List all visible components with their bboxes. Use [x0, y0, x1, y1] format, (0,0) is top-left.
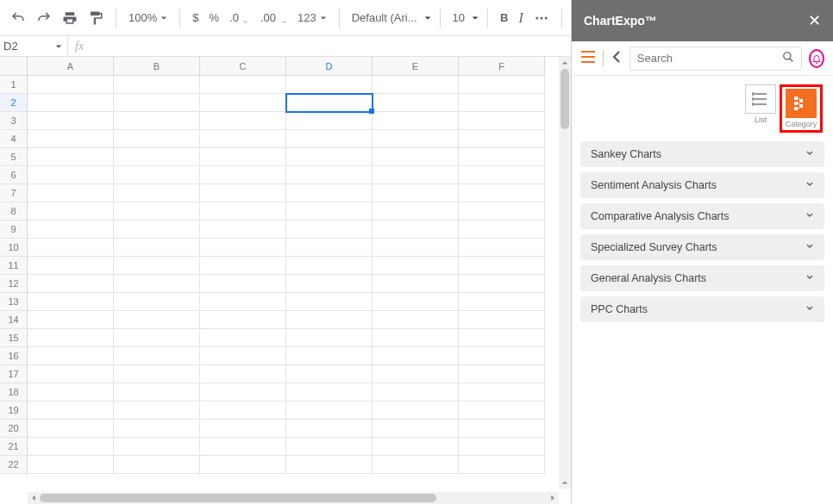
- decrease-decimal-button[interactable]: .0←: [226, 11, 254, 24]
- cell[interactable]: [286, 420, 373, 438]
- row-header[interactable]: 20: [0, 420, 28, 438]
- scroll-right-icon[interactable]: [547, 492, 559, 504]
- row-header[interactable]: 15: [0, 329, 28, 347]
- cell[interactable]: [459, 438, 545, 456]
- row-header[interactable]: 8: [0, 202, 28, 221]
- cell[interactable]: [459, 112, 545, 130]
- select-all-corner[interactable]: [0, 57, 28, 76]
- cell[interactable]: [114, 401, 200, 420]
- more-formats-button[interactable]: 123: [294, 11, 330, 24]
- cell[interactable]: [200, 383, 286, 401]
- close-sidebar-button[interactable]: ✕: [808, 11, 821, 30]
- cell[interactable]: [114, 202, 200, 221]
- cell[interactable]: [459, 221, 545, 239]
- cell[interactable]: [200, 257, 286, 275]
- category-item[interactable]: Sankey Charts: [580, 141, 824, 167]
- cell[interactable]: [28, 383, 114, 401]
- cell[interactable]: [286, 239, 373, 257]
- cell[interactable]: [114, 383, 200, 401]
- print-button[interactable]: [59, 7, 81, 29]
- cell[interactable]: [459, 94, 545, 112]
- cell[interactable]: [114, 275, 200, 293]
- cell[interactable]: [114, 112, 200, 130]
- cell[interactable]: [373, 365, 459, 383]
- cell[interactable]: [459, 275, 545, 293]
- cell[interactable]: [459, 257, 545, 275]
- cell[interactable]: [200, 94, 286, 112]
- category-item[interactable]: Comparative Analysis Charts: [580, 203, 824, 229]
- cell[interactable]: [373, 221, 459, 239]
- cell[interactable]: [28, 112, 114, 130]
- column-header[interactable]: D: [286, 57, 373, 76]
- row-header[interactable]: 9: [0, 221, 28, 239]
- format-currency-button[interactable]: $: [189, 11, 202, 24]
- paint-format-button[interactable]: [85, 7, 107, 29]
- cell[interactable]: [28, 420, 114, 438]
- row-header[interactable]: 6: [0, 166, 28, 184]
- cell[interactable]: [28, 311, 114, 329]
- row-header[interactable]: 7: [0, 184, 28, 202]
- cell[interactable]: [286, 311, 373, 329]
- cell[interactable]: [459, 401, 545, 420]
- scroll-up-button[interactable]: [559, 476, 571, 488]
- cell[interactable]: [373, 311, 459, 329]
- cell[interactable]: [373, 184, 459, 202]
- cell[interactable]: [459, 130, 545, 148]
- cell[interactable]: [114, 94, 200, 112]
- row-header[interactable]: 2: [0, 94, 28, 112]
- cell[interactable]: [286, 293, 373, 311]
- cell[interactable]: [286, 166, 373, 184]
- cell[interactable]: [200, 112, 286, 130]
- cell[interactable]: [459, 383, 545, 401]
- cell[interactable]: [459, 329, 545, 347]
- cell[interactable]: [286, 221, 373, 239]
- cell[interactable]: [459, 293, 545, 311]
- cell[interactable]: [286, 257, 373, 275]
- cell[interactable]: [114, 293, 200, 311]
- cell[interactable]: [200, 401, 286, 420]
- cell[interactable]: [200, 347, 286, 365]
- cell[interactable]: [114, 130, 200, 148]
- cell[interactable]: [459, 166, 545, 184]
- cell[interactable]: [459, 239, 545, 257]
- cell[interactable]: [114, 76, 200, 94]
- cell[interactable]: [459, 184, 545, 202]
- cell[interactable]: [28, 130, 114, 148]
- cell[interactable]: [114, 257, 200, 275]
- cell[interactable]: [28, 329, 114, 347]
- row-header[interactable]: 18: [0, 383, 28, 401]
- row-header[interactable]: 4: [0, 130, 28, 148]
- cell[interactable]: [373, 401, 459, 420]
- cell[interactable]: [373, 293, 459, 311]
- cell[interactable]: [200, 420, 286, 438]
- cell[interactable]: [28, 438, 114, 456]
- cell[interactable]: [114, 148, 200, 166]
- vertical-scroll-thumb[interactable]: [561, 69, 569, 129]
- format-percent-button[interactable]: %: [205, 11, 222, 24]
- name-box[interactable]: D2: [0, 40, 67, 53]
- row-header[interactable]: 11: [0, 257, 28, 275]
- row-header[interactable]: 17: [0, 365, 28, 383]
- more-toolbar-button[interactable]: [530, 7, 553, 29]
- row-header[interactable]: 12: [0, 275, 28, 293]
- cell[interactable]: [114, 184, 200, 202]
- cell[interactable]: [200, 293, 286, 311]
- cell[interactable]: [114, 347, 200, 365]
- italic-button[interactable]: I: [515, 10, 526, 26]
- cell[interactable]: [28, 293, 114, 311]
- cell[interactable]: [373, 347, 459, 365]
- notifications-button[interactable]: [809, 49, 824, 68]
- cell[interactable]: [114, 239, 200, 257]
- cell[interactable]: [373, 420, 459, 438]
- font-size-value[interactable]: 10: [449, 11, 468, 24]
- cell[interactable]: [28, 148, 114, 166]
- cell[interactable]: [28, 184, 114, 202]
- cell[interactable]: [200, 311, 286, 329]
- cell[interactable]: [114, 456, 200, 474]
- cell[interactable]: [28, 257, 114, 275]
- cell[interactable]: [200, 275, 286, 293]
- cell[interactable]: [286, 148, 373, 166]
- cell[interactable]: [286, 130, 373, 148]
- row-header[interactable]: 14: [0, 311, 28, 329]
- scroll-up-icon[interactable]: [559, 57, 571, 69]
